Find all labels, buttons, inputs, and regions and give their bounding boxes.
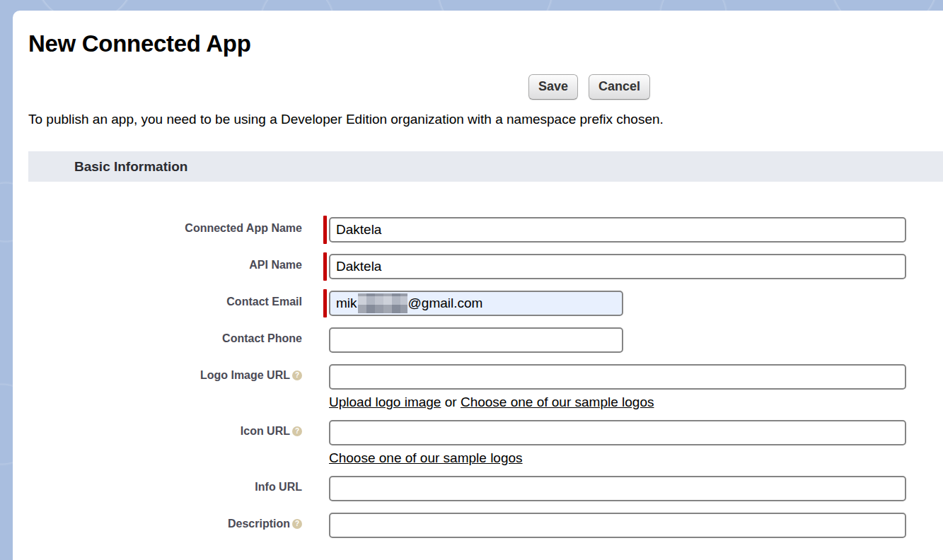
row-icon-url: Icon URL? Choose one of our sample logos bbox=[13, 419, 943, 466]
required-bar-spacer bbox=[323, 474, 327, 503]
basic-information-form: Connected App Name API Name Contact Emai… bbox=[13, 216, 943, 548]
row-info-url: Info URL bbox=[13, 474, 943, 503]
row-logo-image-url: Logo Image URL? Upload logo image or Cho… bbox=[13, 363, 943, 410]
redacted-email-blur bbox=[358, 293, 407, 313]
info-url-label: Info URL bbox=[13, 474, 302, 503]
action-button-row: Save Cancel bbox=[528, 74, 650, 100]
icon-links-line: Choose one of our sample logos bbox=[329, 450, 943, 466]
required-bar-spacer bbox=[323, 511, 327, 539]
info-url-input[interactable] bbox=[329, 476, 906, 501]
required-bar bbox=[323, 252, 327, 281]
section-header-basic-information: Basic Information bbox=[28, 151, 943, 182]
required-bar-spacer bbox=[323, 326, 327, 354]
logo-image-url-input[interactable] bbox=[329, 364, 906, 390]
row-contact-email: Contact Email mik@gmail.com bbox=[13, 289, 943, 317]
required-bar-spacer bbox=[323, 419, 327, 447]
email-prefix-text: mik bbox=[336, 296, 357, 311]
icon-url-input[interactable] bbox=[329, 420, 906, 445]
description-label: Description? bbox=[13, 511, 302, 539]
help-icon[interactable]: ? bbox=[292, 426, 302, 436]
api-name-label: API Name bbox=[13, 252, 302, 281]
connected-app-name-label: Connected App Name bbox=[13, 216, 302, 244]
email-suffix-text: @gmail.com bbox=[408, 296, 483, 311]
icon-url-label: Icon URL? bbox=[13, 419, 302, 447]
required-bar bbox=[323, 289, 327, 317]
section-title: Basic Information bbox=[74, 159, 187, 175]
contact-email-label: Contact Email bbox=[13, 289, 302, 317]
upload-logo-image-link[interactable]: Upload logo image bbox=[329, 395, 441, 409]
row-connected-app-name: Connected App Name bbox=[13, 216, 943, 244]
publish-note: To publish an app, you need to be using … bbox=[28, 112, 664, 127]
page-title: New Connected App bbox=[28, 30, 251, 57]
row-description: Description? bbox=[13, 511, 943, 539]
contact-phone-label: Contact Phone bbox=[13, 326, 302, 354]
choose-sample-logos-icon-link[interactable]: Choose one of our sample logos bbox=[329, 450, 523, 465]
contact-email-input[interactable]: mik@gmail.com bbox=[329, 291, 623, 316]
row-api-name: API Name bbox=[13, 252, 943, 281]
api-name-input[interactable] bbox=[329, 254, 906, 279]
description-input[interactable] bbox=[329, 513, 906, 538]
required-bar bbox=[323, 216, 327, 244]
help-icon[interactable]: ? bbox=[292, 371, 302, 380]
content-layer: New Connected App Save Cancel To publish… bbox=[13, 11, 943, 560]
help-icon[interactable]: ? bbox=[292, 519, 302, 529]
or-text: or bbox=[441, 395, 460, 409]
choose-sample-logos-link[interactable]: Choose one of our sample logos bbox=[461, 395, 654, 409]
contact-phone-input[interactable] bbox=[329, 327, 623, 353]
logo-links-line: Upload logo image or Choose one of our s… bbox=[329, 395, 943, 410]
required-bar-spacer bbox=[323, 363, 327, 391]
connected-app-name-input[interactable] bbox=[329, 217, 906, 243]
logo-image-url-label: Logo Image URL? bbox=[13, 363, 302, 391]
save-button[interactable]: Save bbox=[528, 74, 578, 100]
cancel-button[interactable]: Cancel bbox=[589, 74, 650, 100]
row-contact-phone: Contact Phone bbox=[13, 326, 943, 354]
